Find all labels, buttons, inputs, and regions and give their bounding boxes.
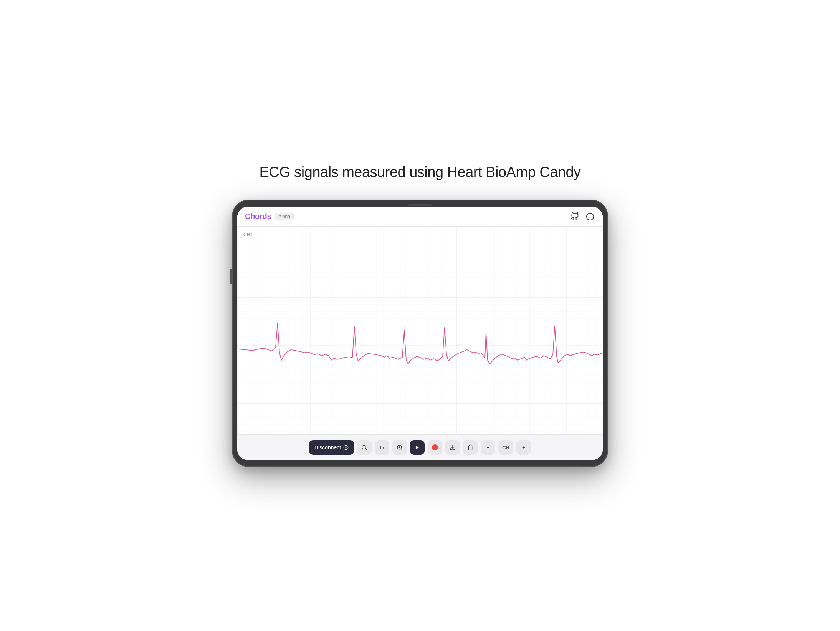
- disconnect-x-icon: [343, 445, 349, 450]
- ch-label-text: CH: [502, 445, 509, 450]
- record-button[interactable]: [428, 440, 442, 455]
- header-right: [570, 212, 595, 222]
- svg-rect-4: [237, 227, 603, 434]
- zoom-reset-label: 1x: [379, 445, 385, 450]
- ch-plus-label: +: [522, 444, 525, 450]
- app-toolbar: Disconnect 1x: [237, 434, 603, 460]
- play-button[interactable]: [410, 440, 425, 455]
- chart-area: CH1: [237, 227, 603, 434]
- ecg-chart: [237, 227, 603, 434]
- page-title: ECG signals measured using Heart BioAmp …: [259, 164, 580, 181]
- ch-minus-label: −: [486, 444, 489, 450]
- header-left: Chords Alpha: [245, 212, 294, 221]
- delete-button[interactable]: [463, 440, 478, 455]
- play-icon: [415, 445, 420, 450]
- ipad-screen: Chords Alpha: [237, 207, 603, 460]
- app-header: Chords Alpha: [237, 207, 603, 227]
- ch-plus-button[interactable]: +: [516, 440, 531, 455]
- channel-label: CH1: [243, 232, 253, 237]
- disconnect-button[interactable]: Disconnect: [309, 440, 354, 455]
- ipad-device: Chords Alpha: [232, 200, 608, 467]
- zoom-reset-button[interactable]: 1x: [375, 440, 389, 455]
- download-button[interactable]: [445, 440, 460, 455]
- info-icon[interactable]: [585, 212, 595, 222]
- zoom-in-button[interactable]: [392, 440, 407, 455]
- trash-icon: [467, 444, 473, 450]
- zoom-out-button[interactable]: [357, 440, 372, 455]
- ch-minus-button[interactable]: −: [481, 440, 495, 455]
- disconnect-label: Disconnect: [314, 444, 341, 450]
- download-icon: [450, 444, 456, 450]
- zoom-out-icon: [361, 444, 367, 450]
- record-dot: [432, 444, 438, 450]
- app-container: Chords Alpha: [237, 207, 603, 460]
- app-logo: Chords: [245, 212, 271, 221]
- zoom-in-icon: [397, 444, 403, 450]
- svg-line-10: [365, 449, 367, 450]
- ch-label-button[interactable]: CH: [498, 440, 513, 455]
- svg-marker-16: [416, 446, 419, 450]
- svg-line-13: [401, 449, 402, 450]
- alpha-badge: Alpha: [275, 213, 294, 220]
- github-icon[interactable]: [570, 212, 580, 222]
